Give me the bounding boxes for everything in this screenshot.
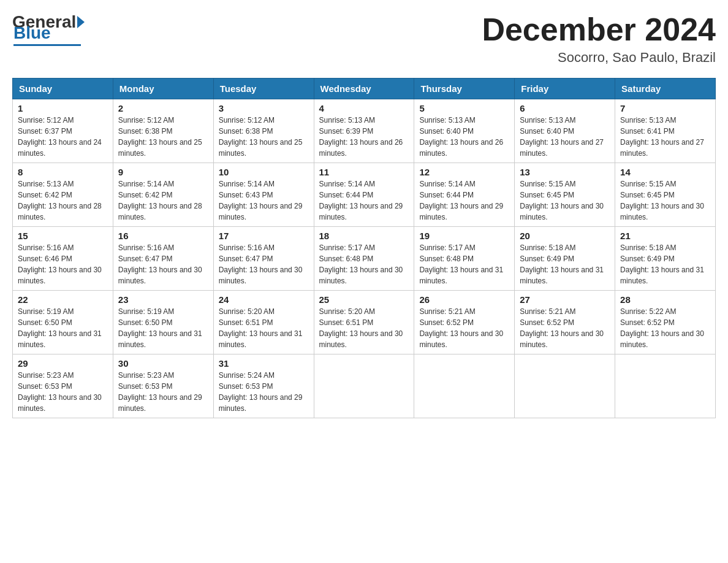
col-header-monday: Monday (113, 79, 213, 99)
day-info: Sunrise: 5:13 AMSunset: 6:41 PMDaylight:… (620, 115, 710, 159)
calendar-cell: 8 Sunrise: 5:13 AMSunset: 6:42 PMDayligh… (13, 163, 113, 227)
day-info: Sunrise: 5:19 AMSunset: 6:50 PMDaylight:… (118, 306, 208, 350)
day-info: Sunrise: 5:12 AMSunset: 6:38 PMDaylight:… (118, 115, 208, 159)
calendar-cell: 16 Sunrise: 5:16 AMSunset: 6:47 PMDaylig… (113, 227, 213, 291)
day-number: 30 (118, 358, 208, 369)
calendar-cell: 17 Sunrise: 5:16 AMSunset: 6:47 PMDaylig… (213, 227, 314, 291)
calendar-cell: 20 Sunrise: 5:18 AMSunset: 6:49 PMDaylig… (515, 227, 615, 291)
day-info: Sunrise: 5:24 AMSunset: 6:53 PMDaylight:… (219, 370, 309, 414)
calendar-week-1: 1 Sunrise: 5:12 AMSunset: 6:37 PMDayligh… (13, 99, 716, 163)
calendar-cell: 24 Sunrise: 5:20 AMSunset: 6:51 PMDaylig… (213, 291, 314, 354)
col-header-sunday: Sunday (13, 79, 113, 99)
day-info: Sunrise: 5:12 AMSunset: 6:38 PMDaylight:… (219, 115, 309, 159)
col-header-tuesday: Tuesday (213, 79, 314, 99)
day-number: 10 (219, 167, 309, 177)
calendar-cell: 19 Sunrise: 5:17 AMSunset: 6:48 PMDaylig… (414, 227, 515, 291)
calendar-cell: 7 Sunrise: 5:13 AMSunset: 6:41 PMDayligh… (615, 99, 716, 163)
day-number: 1 (18, 103, 108, 113)
calendar-week-5: 29 Sunrise: 5:23 AMSunset: 6:53 PMDaylig… (13, 354, 716, 418)
day-info: Sunrise: 5:15 AMSunset: 6:45 PMDaylight:… (520, 178, 610, 223)
day-number: 21 (620, 231, 710, 241)
day-number: 2 (118, 103, 208, 113)
day-info: Sunrise: 5:13 AMSunset: 6:40 PMDaylight:… (520, 115, 610, 159)
calendar-header-row: SundayMondayTuesdayWednesdayThursdayFrid… (13, 79, 716, 99)
day-info: Sunrise: 5:16 AMSunset: 6:47 PMDaylight:… (219, 242, 309, 286)
day-number: 25 (319, 294, 409, 305)
logo: General Blue (12, 12, 86, 46)
calendar-subtitle: Socorro, Sao Paulo, Brazil (482, 50, 716, 66)
day-info: Sunrise: 5:16 AMSunset: 6:47 PMDaylight:… (118, 242, 208, 286)
day-number: 13 (520, 167, 610, 177)
day-number: 15 (18, 231, 108, 241)
calendar-cell: 5 Sunrise: 5:13 AMSunset: 6:40 PMDayligh… (414, 99, 515, 163)
day-number: 31 (219, 358, 309, 369)
calendar-cell: 30 Sunrise: 5:23 AMSunset: 6:53 PMDaylig… (113, 354, 213, 418)
calendar-week-4: 22 Sunrise: 5:19 AMSunset: 6:50 PMDaylig… (13, 291, 716, 354)
calendar-cell: 10 Sunrise: 5:14 AMSunset: 6:43 PMDaylig… (213, 163, 314, 227)
calendar-week-3: 15 Sunrise: 5:16 AMSunset: 6:46 PMDaylig… (13, 227, 716, 291)
day-number: 9 (118, 167, 208, 177)
calendar-cell: 1 Sunrise: 5:12 AMSunset: 6:37 PMDayligh… (13, 99, 113, 163)
day-number: 19 (419, 231, 509, 241)
day-number: 5 (419, 103, 509, 113)
day-info: Sunrise: 5:21 AMSunset: 6:52 PMDaylight:… (520, 306, 610, 350)
calendar-cell: 22 Sunrise: 5:19 AMSunset: 6:50 PMDaylig… (13, 291, 113, 354)
day-info: Sunrise: 5:21 AMSunset: 6:52 PMDaylight:… (419, 306, 509, 350)
day-info: Sunrise: 5:20 AMSunset: 6:51 PMDaylight:… (219, 306, 309, 350)
day-info: Sunrise: 5:14 AMSunset: 6:44 PMDaylight:… (419, 178, 509, 223)
calendar-body: 1 Sunrise: 5:12 AMSunset: 6:37 PMDayligh… (13, 99, 716, 418)
calendar-cell: 11 Sunrise: 5:14 AMSunset: 6:44 PMDaylig… (314, 163, 414, 227)
page-header: General Blue December 2024 Socorro, Sao … (12, 12, 716, 66)
day-number: 8 (18, 167, 108, 177)
calendar-title: December 2024 (482, 12, 716, 47)
calendar-cell: 6 Sunrise: 5:13 AMSunset: 6:40 PMDayligh… (515, 99, 615, 163)
calendar-cell: 23 Sunrise: 5:19 AMSunset: 6:50 PMDaylig… (113, 291, 213, 354)
calendar-cell: 13 Sunrise: 5:15 AMSunset: 6:45 PMDaylig… (515, 163, 615, 227)
day-number: 23 (118, 294, 208, 305)
calendar-cell: 29 Sunrise: 5:23 AMSunset: 6:53 PMDaylig… (13, 354, 113, 418)
calendar-cell: 3 Sunrise: 5:12 AMSunset: 6:38 PMDayligh… (213, 99, 314, 163)
day-number: 7 (620, 103, 710, 113)
day-number: 3 (219, 103, 309, 113)
day-number: 12 (419, 167, 509, 177)
day-number: 27 (520, 294, 610, 305)
calendar-cell: 15 Sunrise: 5:16 AMSunset: 6:46 PMDaylig… (13, 227, 113, 291)
calendar-cell (414, 354, 515, 418)
day-number: 6 (520, 103, 610, 113)
calendar-cell: 27 Sunrise: 5:21 AMSunset: 6:52 PMDaylig… (515, 291, 615, 354)
col-header-wednesday: Wednesday (314, 79, 414, 99)
day-number: 14 (620, 167, 710, 177)
title-block: December 2024 Socorro, Sao Paulo, Brazil (482, 12, 716, 66)
day-number: 4 (319, 103, 409, 113)
calendar-cell: 12 Sunrise: 5:14 AMSunset: 6:44 PMDaylig… (414, 163, 515, 227)
calendar-cell (314, 354, 414, 418)
day-info: Sunrise: 5:18 AMSunset: 6:49 PMDaylight:… (620, 242, 710, 286)
day-info: Sunrise: 5:22 AMSunset: 6:52 PMDaylight:… (620, 306, 710, 350)
calendar-cell: 25 Sunrise: 5:20 AMSunset: 6:51 PMDaylig… (314, 291, 414, 354)
day-number: 11 (319, 167, 409, 177)
day-info: Sunrise: 5:13 AMSunset: 6:42 PMDaylight:… (18, 178, 108, 223)
calendar-cell (515, 354, 615, 418)
day-info: Sunrise: 5:17 AMSunset: 6:48 PMDaylight:… (419, 242, 509, 286)
day-info: Sunrise: 5:20 AMSunset: 6:51 PMDaylight:… (319, 306, 409, 350)
day-info: Sunrise: 5:13 AMSunset: 6:40 PMDaylight:… (419, 115, 509, 159)
calendar-cell: 26 Sunrise: 5:21 AMSunset: 6:52 PMDaylig… (414, 291, 515, 354)
calendar-cell: 21 Sunrise: 5:18 AMSunset: 6:49 PMDaylig… (615, 227, 716, 291)
day-number: 22 (18, 294, 108, 305)
logo-arrow-icon (77, 16, 85, 28)
calendar-cell: 4 Sunrise: 5:13 AMSunset: 6:39 PMDayligh… (314, 99, 414, 163)
calendar-week-2: 8 Sunrise: 5:13 AMSunset: 6:42 PMDayligh… (13, 163, 716, 227)
calendar-cell: 31 Sunrise: 5:24 AMSunset: 6:53 PMDaylig… (213, 354, 314, 418)
day-number: 17 (219, 231, 309, 241)
day-info: Sunrise: 5:23 AMSunset: 6:53 PMDaylight:… (118, 370, 208, 414)
logo-blue-text: Blue (13, 23, 51, 43)
calendar-cell: 9 Sunrise: 5:14 AMSunset: 6:42 PMDayligh… (113, 163, 213, 227)
day-info: Sunrise: 5:19 AMSunset: 6:50 PMDaylight:… (18, 306, 108, 350)
col-header-friday: Friday (515, 79, 615, 99)
day-number: 20 (520, 231, 610, 241)
calendar-cell: 14 Sunrise: 5:15 AMSunset: 6:45 PMDaylig… (615, 163, 716, 227)
day-number: 16 (118, 231, 208, 241)
day-info: Sunrise: 5:12 AMSunset: 6:37 PMDaylight:… (18, 115, 108, 159)
day-info: Sunrise: 5:15 AMSunset: 6:45 PMDaylight:… (620, 178, 710, 223)
col-header-thursday: Thursday (414, 79, 515, 99)
